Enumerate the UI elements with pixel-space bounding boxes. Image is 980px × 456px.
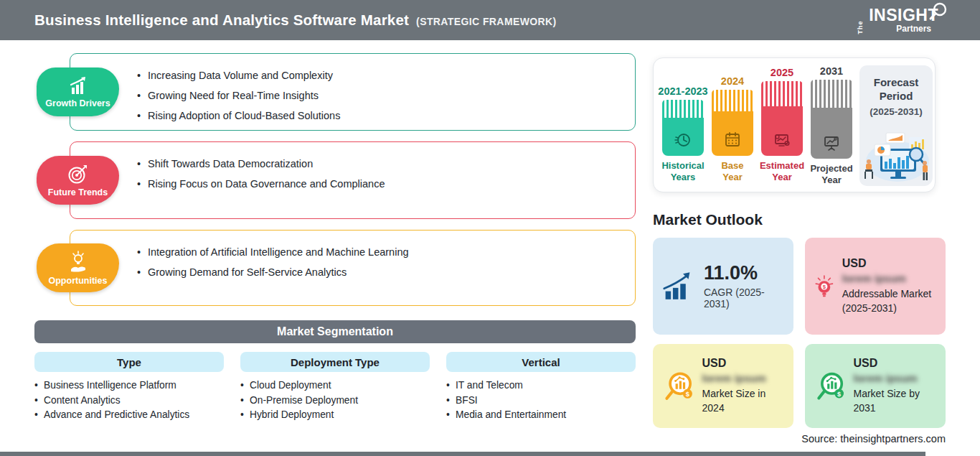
list-item: Business Intelligence Platform <box>34 378 224 394</box>
growth-drivers-badge: Growth Drivers <box>37 68 119 116</box>
bar-solid <box>662 118 704 156</box>
list-item: Growing Demand for Self-Service Analytic… <box>137 262 621 282</box>
segmentation-column-type: Type Business Intelligence Platform Cont… <box>34 352 224 423</box>
column-header-label: Deployment Type <box>291 356 380 368</box>
deployment-list: Cloud Deployment On-Premise Deployment H… <box>240 378 430 423</box>
list-item: Growing Need for Real-Time Insights <box>137 85 621 106</box>
bar-stripes <box>662 100 704 118</box>
logo-the-text: The <box>857 20 864 34</box>
redacted-value: lorem ipsum <box>702 372 785 384</box>
cagr-label: CAGR (2025-2031) <box>704 287 785 310</box>
bar-stripes <box>811 80 852 108</box>
forecast-period-panel: Forecast Period (2025-2031) <box>859 65 933 186</box>
opportunities-badge: Opportunities <box>37 243 119 292</box>
timeline-bar-historical: 2021-2023 Hi <box>662 65 704 186</box>
cagr-card: 11.0% CAGR (2025-2031) <box>653 238 793 335</box>
list-item: Hybrid Deployment <box>240 408 430 423</box>
list-item: Rising Adoption of Cloud-Based Solutions <box>137 106 621 126</box>
column-header: Type <box>34 352 224 372</box>
page-subtitle: (STRATEGIC FRAMEWORK) <box>416 16 557 27</box>
svg-text:$: $ <box>823 283 826 289</box>
timeline-bar-projected: 2031 Projected Year <box>811 65 852 186</box>
growth-drivers-label: Growth Drivers <box>45 98 110 108</box>
header-bar: Business Intelligence and Analytics Soft… <box>0 0 980 40</box>
column-header-label: Vertical <box>522 356 560 368</box>
list-item: IT and Telecom <box>446 378 636 394</box>
bar-caption: Base Year <box>712 160 753 186</box>
future-trends-badge: Future Trends <box>37 156 119 205</box>
target-dart-icon <box>67 164 90 185</box>
list-item: On-Premise Deployment <box>240 394 430 409</box>
title-wrap: Business Intelligence and Analytics Soft… <box>34 11 557 29</box>
calendar-icon <box>723 131 742 149</box>
segmentation-column-deployment: Deployment Type Cloud Deployment On-Prem… <box>240 352 430 423</box>
redacted-value: lorem ipsum <box>842 272 937 284</box>
addressable-market-card: $ USD lorem ipsum Addressable Market (20… <box>805 238 946 335</box>
card-label: Market Size in 2024 <box>702 387 785 415</box>
timeline-bar-base: 2024 <box>712 65 753 186</box>
logo-partners-text: Partners <box>896 24 931 33</box>
source-attribution: Source: theinsightpartners.com <box>653 433 946 445</box>
forecast-timeline-card: 2021-2023 Hi <box>653 57 936 192</box>
left-column: Growth Drivers Increasing Data Volume an… <box>34 53 636 423</box>
growth-chart-icon <box>66 76 90 96</box>
list-item: Increasing Data Volume and Complexity <box>137 65 621 85</box>
market-segmentation-header: Market Segmentation <box>34 320 636 343</box>
market-size-2031-card: $ USD lorem ipsum Market Size by 2031 <box>805 344 946 428</box>
bar <box>662 100 704 156</box>
svg-text:$: $ <box>686 390 690 397</box>
type-list: Business Intelligence Platform Content A… <box>34 378 224 423</box>
timeline-bars: 2021-2023 Hi <box>662 65 852 186</box>
currency-label: USD <box>853 357 937 370</box>
list-item: Integration of Artificial Intelligence a… <box>137 242 621 262</box>
bar-year-label: 2024 <box>721 75 744 87</box>
list-item: Content Analytics <box>34 394 224 409</box>
bar-solid <box>761 106 803 156</box>
opportunities-box: Opportunities Integration of Artificial … <box>70 230 636 306</box>
market-outlook-cards: 11.0% CAGR (2025-2031) $ <box>653 238 946 428</box>
list-item: Shift Towards Data Democratization <box>137 154 621 174</box>
svg-text:$: $ <box>837 390 841 397</box>
market-size-2024-text: USD lorem ipsum Market Size in 2024 <box>702 357 785 415</box>
forecast-period-range: (2025-2031) <box>862 106 930 117</box>
bar <box>811 80 852 159</box>
column-header-label: Type <box>117 356 141 368</box>
bar-stripes <box>761 81 803 106</box>
bulb-hand-icon <box>67 251 90 274</box>
growth-drivers-list: Increasing Data Volume and Complexity Gr… <box>137 65 621 126</box>
card-label: Addressable Market (2025-2031) <box>842 287 937 315</box>
list-item: BFSI <box>446 394 636 409</box>
market-size-2024-card: $ USD lorem ipsum Market Size in 2024 <box>653 344 793 428</box>
bar-year-label: 2021-2023 <box>658 85 707 97</box>
projection-screen-icon <box>822 134 841 152</box>
magnifier-logo-icon <box>927 1 948 23</box>
forecast-period-title: Forecast Period <box>862 75 930 103</box>
card-label: Market Size by 2031 <box>853 387 937 415</box>
clock-history-icon <box>674 131 692 149</box>
magnifier-chart-dollar-icon: $ <box>661 368 697 405</box>
future-trends-list: Shift Towards Data Democratization Risin… <box>137 154 621 194</box>
growth-drivers-box: Growth Drivers Increasing Data Volume an… <box>70 53 636 131</box>
bar-year-label: 2025 <box>771 67 793 78</box>
segmentation-columns: Type Business Intelligence Platform Cont… <box>34 352 636 423</box>
bar-solid <box>712 111 753 156</box>
bulb-dollar-icon: $ <box>814 268 835 305</box>
cagr-text: 11.0% CAGR (2025-2031) <box>704 263 785 310</box>
analytics-illustration <box>862 131 930 183</box>
list-item: Rising Focus on Data Governance and Comp… <box>137 174 621 194</box>
opportunities-list: Integration of Artificial Intelligence a… <box>137 242 621 282</box>
currency-label: USD <box>842 257 937 270</box>
magnifier-chart-dollar-icon: $ <box>814 368 847 405</box>
bottom-divider-bar <box>0 452 925 456</box>
estimate-chart-icon <box>772 131 792 149</box>
growth-bars-arrow-icon <box>661 270 695 303</box>
bar-caption: Estimated Year <box>760 160 804 186</box>
redacted-value: lorem ipsum <box>853 372 937 384</box>
currency-label: USD <box>702 357 785 370</box>
list-item: Cloud Deployment <box>240 378 430 394</box>
list-item: Advance and Predictive Analytics <box>34 408 224 423</box>
bar <box>712 90 753 156</box>
segmentation-column-vertical: Vertical IT and Telecom BFSI Media and E… <box>446 352 636 423</box>
list-item: Media and Entertainment <box>446 408 636 423</box>
bar-year-label: 2031 <box>820 65 843 77</box>
